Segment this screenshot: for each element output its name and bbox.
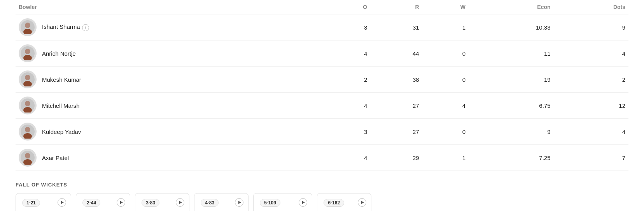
stat-o: 4 [327, 40, 370, 67]
bowler-cell-3: Mitchell Marsh [16, 93, 327, 119]
fow-title: FALL OF WICKETS [16, 182, 628, 188]
svg-point-16 [25, 153, 30, 158]
fow-badge: 2-44 [82, 199, 100, 207]
svg-point-13 [25, 127, 30, 132]
fall-of-wickets-section: FALL OF WICKETS 1-21 Mayank Agarwal Over… [16, 182, 628, 211]
table-row: Mukesh Kumar 2 38 0 19 2 [16, 67, 628, 93]
stat-econ: 19 [469, 67, 554, 93]
bowler-cell-1: Anrich Nortje [16, 40, 327, 67]
fow-play-button[interactable] [235, 198, 243, 207]
fow-cards-container: 1-21 Mayank Agarwal Over 2.3 2-44 Rahul … [16, 193, 628, 211]
svg-point-1 [25, 23, 30, 28]
bowler-cell-5: Axar Patel [16, 145, 327, 171]
stat-w: 0 [422, 67, 469, 93]
fow-badge: 5-109 [260, 199, 280, 207]
col-header-econ: Econ [469, 0, 554, 14]
main-container: Bowler O R W Econ Dots Ishant Sharmai [0, 0, 644, 211]
bowler-name: Mitchell Marsh [42, 102, 80, 109]
stat-econ: 9 [469, 119, 554, 145]
stat-r: 27 [370, 93, 422, 119]
fow-card: 5-109 Abhishek Sharma Over 11.3 [253, 193, 312, 211]
stat-o: 2 [327, 67, 370, 93]
fow-play-button[interactable] [358, 198, 366, 207]
avatar [19, 18, 37, 36]
fow-badge: 1-21 [22, 199, 40, 207]
stat-r: 31 [370, 14, 422, 40]
stat-w: 0 [422, 40, 469, 67]
stat-w: 0 [422, 119, 469, 145]
bowler-name: Mukesh Kumar [42, 76, 81, 83]
table-row: Kuldeep Yadav 3 27 0 9 4 [16, 119, 628, 145]
stat-dots: 2 [554, 67, 628, 93]
bowler-table: Bowler O R W Econ Dots Ishant Sharmai [16, 0, 628, 171]
col-header-w: W [422, 0, 469, 14]
stat-w: 4 [422, 93, 469, 119]
stat-econ: 7.25 [469, 145, 554, 171]
stat-dots: 7 [554, 145, 628, 171]
table-row: Axar Patel 4 29 1 7.25 7 [16, 145, 628, 171]
svg-point-10 [25, 101, 30, 106]
table-row: Anrich Nortje 4 44 0 11 4 [16, 40, 628, 67]
stat-o: 3 [327, 14, 370, 40]
bowler-cell-2: Mukesh Kumar [16, 67, 327, 93]
stat-r: 27 [370, 119, 422, 145]
fow-card: 2-44 Rahul Tripathi Over 4.4 [76, 193, 130, 211]
bowler-cell-4: Kuldeep Yadav [16, 119, 327, 145]
bowler-cell-0: Ishant Sharmai [16, 14, 327, 40]
col-header-o: O [327, 0, 370, 14]
table-row: Mitchell Marsh 4 27 4 6.75 12 [16, 93, 628, 119]
fow-badge: 4-83 [201, 199, 219, 207]
fow-play-button[interactable] [58, 198, 66, 207]
stat-r: 44 [370, 40, 422, 67]
fow-play-button[interactable] [176, 198, 184, 207]
stat-econ: 11 [469, 40, 554, 67]
stat-w: 1 [422, 145, 469, 171]
avatar [19, 44, 37, 62]
bowler-name: Anrich Nortje [42, 50, 76, 57]
stat-dots: 12 [554, 93, 628, 119]
bowler-name: Kuldeep Yadav [42, 128, 81, 135]
table-row: Ishant Sharmai 3 31 1 10.33 9 [16, 14, 628, 40]
stat-dots: 9 [554, 14, 628, 40]
fow-card: 1-21 Mayank Agarwal Over 2.3 [16, 193, 71, 211]
fow-card: 6-162 Abdul Samad Over 16.6 [317, 193, 371, 211]
info-icon[interactable]: i [82, 24, 89, 31]
stat-o: 4 [327, 145, 370, 171]
stat-dots: 4 [554, 119, 628, 145]
stat-o: 3 [327, 119, 370, 145]
fow-card: 4-83 Harry Brook Over 9.4 [194, 193, 248, 211]
stat-r: 38 [370, 67, 422, 93]
col-header-bowler: Bowler [16, 0, 327, 14]
stat-r: 29 [370, 145, 422, 171]
fow-badge: 3-83 [142, 199, 159, 207]
stat-econ: 10.33 [469, 14, 554, 40]
bowler-name: Ishant Sharmai [42, 23, 89, 31]
avatar [19, 70, 37, 88]
col-header-dots: Dots [554, 0, 628, 14]
col-header-r: R [370, 0, 422, 14]
avatar [19, 123, 37, 141]
stat-o: 4 [327, 93, 370, 119]
svg-point-7 [25, 75, 30, 80]
stat-w: 1 [422, 14, 469, 40]
stat-dots: 4 [554, 40, 628, 67]
avatar [19, 97, 37, 114]
svg-point-4 [25, 49, 30, 54]
avatar [19, 149, 37, 167]
fow-badge: 6-162 [324, 199, 344, 207]
fow-play-button[interactable] [299, 198, 307, 207]
stat-econ: 6.75 [469, 93, 554, 119]
fow-card: 3-83 Aiden Markram Over 9.2 [135, 193, 189, 211]
bowler-name: Axar Patel [42, 155, 69, 161]
fow-play-button[interactable] [117, 198, 125, 207]
